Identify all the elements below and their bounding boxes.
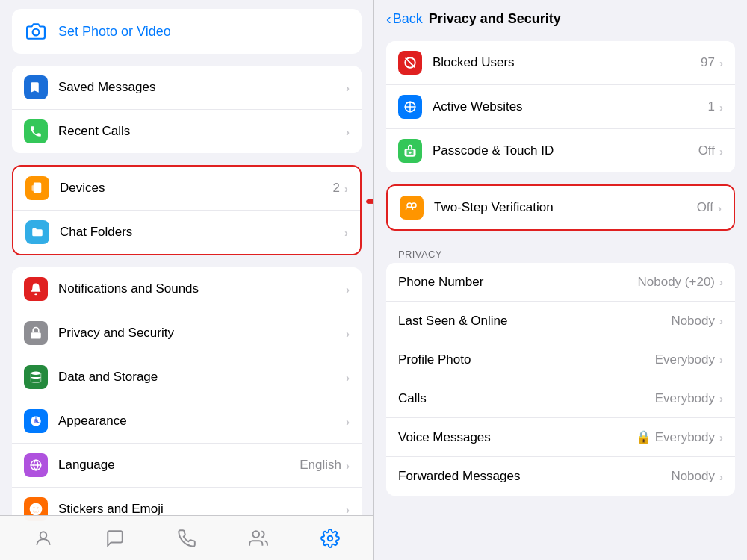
top-items-card: Saved Messages › Recent Calls › [12, 66, 362, 153]
chevron-icon: › [346, 81, 350, 94]
recent-calls-item[interactable]: Recent Calls › [12, 110, 362, 153]
tab-chat-icon[interactable] [105, 529, 125, 548]
chat-folders-label: Chat Folders [60, 225, 344, 240]
privacy-items-card: Phone Number Nobody (+20) › Last Seen & … [386, 263, 735, 496]
two-step-value: Off [697, 200, 713, 215]
phone-number-value: Nobody (+20) [638, 275, 715, 290]
phone-number-item[interactable]: Phone Number Nobody (+20) › [386, 263, 735, 302]
back-button[interactable]: ‹ Back [386, 10, 423, 28]
chevron-icon: › [344, 226, 348, 239]
set-photo-item[interactable]: Set Photo or Video [12, 9, 362, 54]
profile-photo-value: Everybody [655, 352, 715, 367]
chevron-icon: › [346, 327, 350, 340]
privacy-label: Privacy and Security [58, 326, 346, 340]
language-icon [24, 453, 48, 477]
profile-photo-label: Profile Photo [398, 352, 655, 367]
tab-contacts-icon[interactable] [34, 529, 53, 548]
svg-rect-3 [31, 332, 41, 338]
chevron-icon: › [718, 202, 722, 214]
chat-folders-item[interactable]: Chat Folders › [13, 211, 360, 254]
profile-photo-item[interactable]: Profile Photo Everybody › [386, 340, 735, 379]
svg-point-13 [40, 532, 47, 538]
devices-value: 2 [333, 181, 340, 196]
two-step-card: Two-Step Verification Off › [386, 184, 735, 231]
calls-label: Calls [398, 391, 655, 406]
svg-point-6 [34, 419, 38, 423]
tab-phone-icon[interactable] [177, 529, 196, 548]
devices-icon [25, 176, 49, 200]
passcode-value: Off [698, 143, 715, 158]
forwarded-messages-value: Nobody [671, 469, 715, 484]
notifications-icon [24, 277, 48, 301]
chevron-icon: › [719, 145, 723, 158]
passcode-icon [398, 139, 422, 163]
chevron-icon: › [719, 392, 723, 405]
chevron-icon: › [719, 470, 723, 483]
devices-item[interactable]: Devices 2 › [13, 167, 360, 211]
voice-messages-value: 🔒 Everybody [636, 429, 715, 445]
passcode-label: Passcode & Touch ID [433, 143, 698, 158]
right-title: Privacy and Security [429, 11, 561, 27]
privacy-item[interactable]: Privacy and Security › [12, 311, 362, 355]
privacy-section: PRIVACY Phone Number Nobody (+20) › Last… [386, 243, 735, 496]
forwarded-messages-label: Forwarded Messages [398, 469, 671, 484]
active-websites-label: Active Websites [433, 99, 708, 114]
left-panel: Set Photo or Video Saved Messages › Rece… [0, 0, 374, 560]
svg-point-15 [328, 535, 333, 541]
two-step-verification-item[interactable]: Two-Step Verification Off › [388, 186, 734, 229]
forwarded-messages-item[interactable]: Forwarded Messages Nobody › [386, 457, 735, 496]
appearance-item[interactable]: Appearance › [12, 399, 362, 444]
data-storage-item[interactable]: Data and Storage › [12, 355, 362, 399]
chevron-icon: › [346, 283, 350, 296]
chevron-icon: › [719, 276, 723, 288]
chevron-icon: › [719, 353, 723, 366]
recent-calls-label: Recent Calls [58, 124, 346, 139]
last-seen-item[interactable]: Last Seen & Online Nobody › [386, 302, 735, 340]
active-websites-item[interactable]: Active Websites 1 › [386, 85, 735, 129]
saved-messages-icon [24, 75, 48, 99]
stickers-label: Stickers and Emoji [58, 502, 346, 517]
last-seen-label: Last Seen & Online [398, 314, 671, 329]
two-step-label: Two-Step Verification [434, 200, 697, 215]
chevron-icon: › [346, 459, 350, 472]
chevron-icon: › [719, 314, 723, 327]
phone-number-label: Phone Number [398, 275, 638, 290]
blocked-users-item[interactable]: Blocked Users 97 › [386, 41, 735, 85]
svg-rect-20 [406, 149, 415, 156]
tab-settings-icon[interactable] [320, 529, 340, 548]
data-label: Data and Storage [58, 370, 346, 385]
tab-contacts2-icon[interactable] [249, 529, 268, 548]
voice-messages-item[interactable]: Voice Messages 🔒 Everybody › [386, 418, 735, 457]
language-label: Language [58, 458, 300, 473]
svg-point-8 [30, 503, 43, 516]
camera-icon [24, 19, 48, 43]
chevron-icon: › [719, 57, 723, 69]
chevron-icon: › [719, 431, 723, 444]
svg-point-11 [34, 507, 35, 508]
passcode-item[interactable]: Passcode & Touch ID Off › [386, 129, 735, 172]
language-item[interactable]: Language English › [12, 444, 362, 488]
chevron-icon: › [344, 182, 348, 195]
tab-bar [0, 515, 374, 560]
blocked-users-icon [398, 51, 422, 75]
chevron-icon: › [346, 503, 350, 516]
active-websites-value: 1 [708, 99, 715, 114]
back-chevron-icon: ‹ [386, 10, 391, 28]
set-photo-label: Set Photo or Video [58, 24, 171, 40]
devices-label: Devices [60, 181, 333, 196]
voice-messages-label: Voice Messages [398, 430, 636, 445]
chevron-icon: › [346, 371, 350, 384]
blocked-users-label: Blocked Users [433, 55, 701, 70]
active-websites-icon [398, 95, 422, 119]
data-icon [24, 365, 48, 389]
language-value: English [300, 458, 341, 473]
saved-messages-item[interactable]: Saved Messages › [12, 66, 362, 110]
last-seen-value: Nobody [671, 314, 715, 329]
security-top-card: Blocked Users 97 › Active Websites 1 › [386, 41, 735, 172]
two-step-icon [400, 196, 424, 220]
calls-value: Everybody [655, 391, 715, 406]
notifications-item[interactable]: Notifications and Sounds › [12, 267, 362, 311]
chevron-icon: › [719, 101, 723, 113]
privacy-section-header: PRIVACY [386, 243, 735, 263]
calls-item[interactable]: Calls Everybody › [386, 379, 735, 418]
